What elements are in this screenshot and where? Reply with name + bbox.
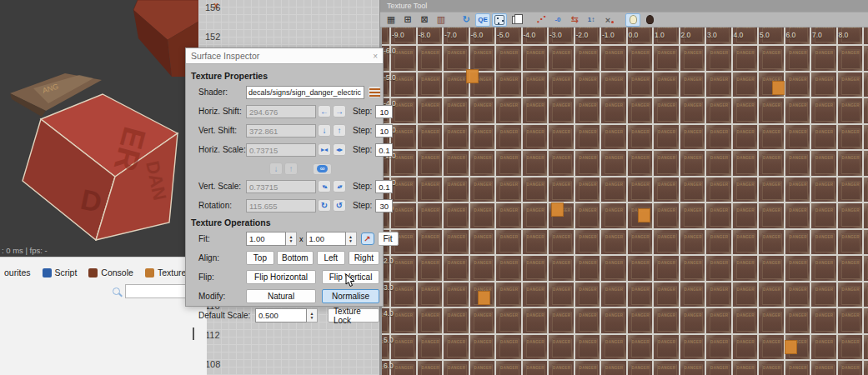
- tile-danger-text: DANGER: [422, 235, 439, 252]
- crosshair-icon[interactable]: ×: [600, 13, 615, 27]
- uv-selection-marker[interactable]: [638, 208, 650, 222]
- splitter-handle[interactable]: [193, 328, 194, 340]
- tile-danger-text: DANGER: [605, 288, 623, 305]
- copy-icon: [512, 16, 519, 24]
- horiz-scale-step[interactable]: 0.1: [375, 143, 393, 157]
- merge-zero-icon[interactable]: -0: [550, 13, 565, 27]
- uv-texture-tile: DANGER: [600, 333, 626, 360]
- uv-selection-marker[interactable]: [772, 81, 785, 95]
- fit-proportional-icon[interactable]: ↗: [361, 232, 374, 245]
- swap-arrows-icon[interactable]: ⇆: [567, 13, 582, 27]
- grid-dense-icon[interactable]: ▦: [384, 13, 399, 27]
- vert-scale-field[interactable]: 0.73715: [246, 180, 316, 193]
- align-bottom-button[interactable]: Bottom: [277, 251, 314, 265]
- bulb-off-icon[interactable]: [642, 13, 657, 27]
- default-scale-spinner[interactable]: 0.500 ▲▼: [255, 308, 318, 322]
- refresh-icon[interactable]: ↻: [459, 13, 474, 27]
- tile-danger-text: DANGER: [474, 208, 492, 226]
- texture-lock-button[interactable]: Texture Lock: [328, 308, 379, 322]
- search-input[interactable]: [125, 284, 187, 298]
- modify-normalise-button[interactable]: Normalise: [322, 289, 379, 303]
- tile-danger-text: DANGER: [527, 103, 544, 121]
- align-top-button[interactable]: Top: [246, 251, 274, 265]
- fit-button[interactable]: Fit: [378, 232, 399, 246]
- rotate-cw-button[interactable]: ↻: [318, 199, 331, 212]
- grid-open-icon[interactable]: ⊞: [400, 13, 415, 27]
- spinner-buttons[interactable]: ▲▼: [346, 232, 357, 246]
- tab-console[interactable]: Console: [84, 266, 138, 279]
- one-updown-icon[interactable]: 1↕: [584, 13, 599, 27]
- step-label: Step:: [353, 126, 372, 135]
- uv-texture-tile-face: DANGER: [421, 181, 441, 201]
- spinner-buttons[interactable]: ▲▼: [286, 232, 297, 246]
- fit-width-value[interactable]: 1.00: [246, 232, 286, 246]
- grid-vertical-icon[interactable]: ▥: [434, 13, 449, 27]
- texture-dice-icon[interactable]: [492, 13, 507, 27]
- align-right-button[interactable]: Right: [349, 251, 379, 265]
- horiz-scale-field[interactable]: 0.73715: [246, 143, 316, 157]
- horiz-shift-field[interactable]: 294.676: [246, 105, 316, 118]
- uv-texture-tile-face: DANGER: [447, 259, 467, 279]
- tile-danger-text: DANGER: [710, 51, 728, 68]
- vscale-shrink-button[interactable]: ▾▴: [318, 180, 331, 192]
- link-dots-icon[interactable]: ⋰: [534, 13, 549, 27]
- uv-texture-tile: DANGER: [442, 307, 469, 333]
- tile-danger-text: DANGER: [658, 51, 675, 68]
- qe-mode-button[interactable]: QE: [475, 13, 490, 27]
- uv-selection-marker[interactable]: [785, 340, 797, 354]
- shift-up-button[interactable]: ↑: [333, 124, 346, 137]
- uv-texture-tile-face: DANGER: [710, 312, 730, 332]
- vert-scale-step[interactable]: 0.1: [375, 180, 393, 193]
- uv-texture-tile-face: DANGER: [631, 286, 651, 306]
- linked-down-button[interactable]: ↓: [269, 162, 283, 175]
- shader-browse-button[interactable]: [368, 86, 381, 98]
- uv-selection-marker[interactable]: [466, 69, 479, 83]
- align-left-button[interactable]: Left: [317, 251, 345, 265]
- tile-danger-text: DANGER: [658, 130, 675, 148]
- rotation-field[interactable]: 115.655: [246, 199, 316, 212]
- hscale-grow-button[interactable]: ◂▸: [333, 143, 346, 156]
- camera-3d-viewport[interactable]: ANG ER D DAN : 0 ms | fps: -: [0, 0, 198, 257]
- vscale-grow-button[interactable]: ▴▾: [333, 180, 346, 192]
- dialog-titlebar[interactable]: Surface Inspector ×: [186, 48, 383, 64]
- uv-texture-tile-face: DANGER: [447, 364, 467, 375]
- modify-natural-button[interactable]: Natural: [246, 289, 316, 303]
- scale-link-button[interactable]: ∞: [313, 163, 332, 175]
- uv-texture-tile: DANGER: [626, 123, 653, 150]
- tile-danger-text: DANGER: [580, 313, 597, 331]
- shift-right-button[interactable]: →: [333, 105, 346, 118]
- tab-favourites[interactable]: ourites: [0, 266, 35, 279]
- rotate-ccw-button[interactable]: ↺: [333, 199, 346, 212]
- spinner-buttons[interactable]: ▲▼: [307, 308, 318, 322]
- bulb-on-icon[interactable]: [625, 13, 640, 27]
- tile-danger-text: DANGER: [737, 288, 755, 305]
- flip-horizontal-button[interactable]: Flip Horizontal: [246, 270, 316, 284]
- tab-script[interactable]: Script: [38, 266, 82, 279]
- fit-height-spinner[interactable]: 1.00 ▲▼: [306, 232, 357, 246]
- uv-selection-marker[interactable]: [551, 202, 564, 217]
- shift-left-button[interactable]: ←: [318, 105, 331, 118]
- fit-width-spinner[interactable]: 1.00 ▲▼: [246, 232, 297, 246]
- grid-select-icon[interactable]: ⊠: [417, 13, 432, 27]
- vert-shift-field[interactable]: 372.861: [246, 124, 316, 138]
- vert-shift-step[interactable]: 10: [375, 124, 393, 138]
- uv-texture-tile: DANGER: [652, 333, 679, 360]
- hscale-shrink-button[interactable]: ▸◂: [318, 143, 331, 156]
- shift-down-button[interactable]: ↓: [318, 124, 331, 137]
- horiz-shift-step[interactable]: 10: [375, 105, 393, 118]
- linked-up-button[interactable]: ↑: [284, 162, 298, 175]
- uv-selection-marker[interactable]: [478, 291, 490, 305]
- close-icon[interactable]: ×: [373, 52, 378, 61]
- fit-height-value[interactable]: 1.00: [306, 232, 346, 246]
- uv-texture-tile-face: DANGER: [710, 76, 730, 96]
- shader-input[interactable]: decals/signs/sign_danger_electric: [246, 86, 364, 99]
- default-scale-value[interactable]: 0.500: [255, 308, 307, 322]
- uv-x-tick: 8.0: [839, 31, 849, 39]
- uv-texture-tile-face: DANGER: [762, 233, 782, 253]
- copy-icon[interactable]: [509, 13, 524, 27]
- texture-uv-canvas[interactable]: DANGERDANGERDANGERDANGERDANGERDANGERDANG…: [382, 28, 868, 375]
- uv-texture-tile-face: DANGER: [605, 154, 625, 174]
- uv-texture-tile-face: DANGER: [762, 286, 782, 306]
- uv-x-tick: 3.0: [707, 31, 717, 39]
- rotation-step[interactable]: 30: [375, 199, 393, 212]
